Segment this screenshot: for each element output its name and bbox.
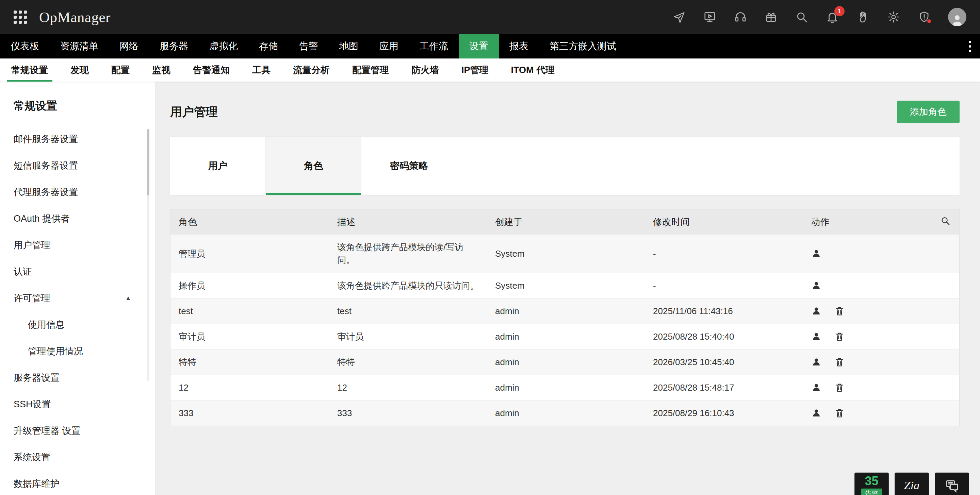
rocket-icon[interactable] [672, 10, 686, 24]
feedback-chat-widget[interactable] [935, 473, 969, 495]
col-role: 角色 [170, 216, 329, 228]
search-icon[interactable] [795, 10, 808, 24]
sidebar-item-db-maintenance[interactable]: 数据库维护 [0, 471, 155, 495]
table-search-icon[interactable] [940, 216, 950, 228]
subnav-item-firewall[interactable]: 防火墙 [400, 59, 450, 82]
sidebar-item-oauth[interactable]: OAuth 提供者 [0, 205, 155, 232]
associate-user-icon[interactable] [811, 280, 822, 291]
sidebar-item-server-settings[interactable]: 服务器设置 [0, 365, 155, 391]
nav-item-alarms[interactable]: 告警 [288, 34, 329, 59]
table-row[interactable]: 管理员 该角色提供跨产品模块的读/写访问。 System - [170, 235, 959, 273]
roles-table: 角色 描述 创建于 修改时间 动作 管理员 该角色提供跨产品模块的读/写访问。 … [170, 209, 959, 426]
delete-role-icon[interactable] [834, 408, 845, 419]
table-row[interactable]: 12 12 admin 2025/08/28 15:48:17 [170, 375, 959, 400]
chevron-up-icon[interactable]: ▲ [125, 295, 131, 301]
notification-badge: 1 [834, 6, 845, 16]
nav-item-dashboard[interactable]: 仪表板 [0, 34, 50, 59]
subnav-item-general-settings[interactable]: 常规设置 [0, 59, 59, 82]
subnav-item-notifications[interactable]: 告警通知 [182, 59, 241, 82]
table-row[interactable]: 审计员 审计员 admin 2025/08/28 15:40:40 [170, 324, 959, 349]
gear-icon[interactable] [887, 10, 900, 24]
delete-role-icon[interactable] [834, 357, 845, 368]
demo-icon[interactable] [703, 10, 717, 24]
chat-icon [945, 478, 959, 493]
sidebar-item-sms-server[interactable]: 短信服务器设置 [0, 152, 155, 179]
sidebar-item-license-management[interactable]: 许可管理 ▲ [0, 285, 155, 311]
zia-assistant-widget[interactable]: Zia [894, 473, 929, 495]
gift-icon[interactable] [764, 10, 778, 24]
table-row[interactable]: 特特 特特 admin 2026/03/25 10:45:40 [170, 349, 959, 375]
apps-grid-icon[interactable] [14, 11, 27, 24]
nav-item-settings[interactable]: 设置 [459, 34, 499, 59]
associate-user-icon[interactable] [811, 408, 822, 419]
hand-icon[interactable] [856, 10, 870, 24]
sub-nav: 常规设置 发现 配置 监视 告警通知 工具 流量分析 配置管理 防火墙 IP管理… [0, 59, 980, 82]
license-warning-icon[interactable] [917, 10, 931, 24]
avatar[interactable] [948, 8, 966, 26]
nav-item-inventory[interactable]: 资源清单 [50, 34, 109, 59]
sidebar-item-manage-usage[interactable]: 管理使用情况 [0, 338, 155, 365]
nav-item-maps[interactable]: 地图 [329, 34, 369, 59]
sidebar-item-system-settings[interactable]: 系统设置 [0, 444, 155, 471]
associate-user-icon[interactable] [811, 331, 822, 342]
sidebar-item-proxy-server[interactable]: 代理服务器设置 [0, 179, 155, 205]
subnav-item-discovery[interactable]: 发现 [59, 59, 100, 82]
delete-role-icon[interactable] [834, 382, 845, 393]
kebab-menu-icon[interactable] [960, 34, 980, 59]
sidebar-item-upgrade-manager[interactable]: 升级管理器 设置 [0, 417, 155, 444]
delete-role-icon[interactable] [834, 331, 845, 342]
subnav-item-ip-mgmt[interactable]: IP管理 [450, 59, 500, 82]
col-modified: 修改时间 [645, 216, 803, 228]
headset-icon[interactable] [733, 10, 747, 24]
associate-user-icon[interactable] [811, 357, 822, 368]
sidebar-item-usage-info[interactable]: 使用信息 [0, 311, 155, 338]
tabs-card: 用户 角色 密码策略 [170, 136, 959, 195]
associate-user-icon[interactable] [811, 382, 822, 393]
nav-item-network[interactable]: 网络 [109, 34, 149, 59]
associate-user-icon[interactable] [811, 248, 822, 259]
table-row[interactable]: 操作员 该角色提供跨产品模块的只读访问。 System - [170, 273, 959, 298]
main-nav: 仪表板 资源清单 网络 服务器 虚拟化 存储 告警 地图 应用 工作流 设置 报… [0, 34, 980, 59]
associate-user-icon[interactable] [811, 306, 822, 317]
sidebar-title: 常规设置 [14, 98, 155, 114]
sidebar-scrollbar-thumb[interactable] [147, 129, 150, 195]
page-title: 用户管理 [170, 104, 218, 120]
tab-users[interactable]: 用户 [170, 136, 266, 195]
col-actions: 动作 [803, 216, 959, 228]
nav-item-workflow[interactable]: 工作流 [409, 34, 459, 59]
bell-icon[interactable]: 1 [826, 10, 839, 24]
delete-role-icon[interactable] [834, 306, 845, 317]
subnav-item-config-mgmt[interactable]: 配置管理 [341, 59, 400, 82]
floating-widgets: 35 告警 Zia [854, 473, 969, 495]
sidebar-scrollbar [147, 129, 150, 381]
settings-sidebar: 常规设置 邮件服务器设置 短信服务器设置 代理服务器设置 OAuth 提供者 用… [0, 82, 155, 495]
tab-password-policy[interactable]: 密码策略 [361, 136, 457, 195]
top-header: OpManager 1 [0, 0, 980, 34]
alarm-count-widget[interactable]: 35 告警 [854, 473, 889, 495]
table-row[interactable]: test test admin 2025/11/06 11:43:16 [170, 298, 959, 324]
subnav-item-tools[interactable]: 工具 [241, 59, 282, 82]
main-content: 用户管理 添加角色 用户 角色 密码策略 角色 描述 创建于 修改时间 动作 管… [155, 82, 980, 495]
nav-item-storage[interactable]: 存储 [248, 34, 288, 59]
table-header: 角色 描述 创建于 修改时间 动作 [170, 209, 959, 235]
sidebar-item-ssh-settings[interactable]: SSH设置 [0, 391, 155, 417]
subnav-item-netflow[interactable]: 流量分析 [282, 59, 341, 82]
license-alert-dot [927, 19, 932, 24]
nav-item-reports[interactable]: 报表 [499, 34, 539, 59]
app-logo[interactable]: OpManager [39, 9, 111, 25]
alarm-count: 35 [865, 474, 878, 488]
sidebar-item-mail-server[interactable]: 邮件服务器设置 [0, 126, 155, 152]
nav-item-apps[interactable]: 应用 [369, 34, 409, 59]
tab-roles[interactable]: 角色 [266, 136, 361, 195]
subnav-item-configuration[interactable]: 配置 [100, 59, 141, 82]
subnav-item-itom-agent[interactable]: ITOM 代理 [500, 59, 566, 82]
nav-item-server[interactable]: 服务器 [149, 34, 199, 59]
nav-item-thirdparty[interactable]: 第三方嵌入测试 [539, 34, 627, 59]
subnav-item-monitoring[interactable]: 监视 [141, 59, 182, 82]
nav-item-virtualization[interactable]: 虚拟化 [199, 34, 248, 59]
sidebar-item-authentication[interactable]: 认证 [0, 259, 155, 285]
sidebar-item-user-management[interactable]: 用户管理 [0, 232, 155, 259]
table-row[interactable]: 333 333 admin 2025/08/29 16:10:43 [170, 400, 959, 426]
add-role-button[interactable]: 添加角色 [897, 101, 959, 123]
col-description: 描述 [329, 216, 487, 228]
